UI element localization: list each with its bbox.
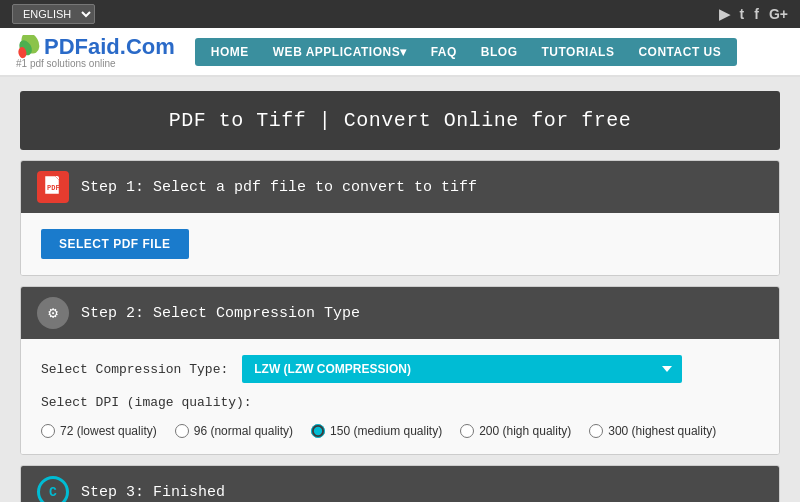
page-content: PDF to Tiff | Convert Online for free PD… [10,91,790,502]
nav-home[interactable]: HOME [199,38,261,66]
dpi-96-label: 96 (normal quality) [194,424,293,438]
header: PDFaid.Com #1 pdf solutions online HOME … [0,28,800,77]
logo-icon [16,35,40,59]
dpi-200-label: 200 (high quality) [479,424,571,438]
dpi-96[interactable]: 96 (normal quality) [175,424,293,438]
dpi-72-label: 72 (lowest quality) [60,424,157,438]
compression-select[interactable]: LZW (LZW COMPRESSION) NONE (NO COMPRESSI… [242,355,682,383]
compression-label: Select Compression Type: [41,362,228,377]
nav-tutorials[interactable]: TUTORIALS [529,38,626,66]
page-title: PDF to Tiff | Convert Online for free [20,91,780,150]
step3-title: Step 3: Finished [81,484,225,501]
step3-card: C Step 3: Finished [20,465,780,502]
nav-blog[interactable]: BLOG [469,38,530,66]
step2-body: Select Compression Type: LZW (LZW COMPRE… [21,339,779,454]
youtube-icon[interactable]: ▶ [719,6,730,22]
social-icons: ▶ t f G+ [719,6,788,22]
pdf-icon: PDF [37,171,69,203]
twitter-icon[interactable]: t [740,6,745,22]
top-bar: ENGLISH ▶ t f G+ [0,0,800,28]
dpi-300[interactable]: 300 (highest quality) [589,424,716,438]
step1-card: PDF Step 1: Select a pdf file to convert… [20,160,780,276]
nav-web-applications[interactable]: WEB APPLICATIONS▾ [261,38,419,66]
step2-card: ⚙ Step 2: Select Compression Type Select… [20,286,780,455]
step1-title: Step 1: Select a pdf file to convert to … [81,179,477,196]
step2-title: Step 2: Select Compression Type [81,305,360,322]
language-select[interactable]: ENGLISH [12,4,95,24]
logo: PDFaid.Com #1 pdf solutions online [16,34,175,69]
svg-text:PDF: PDF [47,184,60,192]
facebook-icon[interactable]: f [754,6,759,22]
logo-subtitle: #1 pdf solutions online [16,58,175,69]
googleplus-icon[interactable]: G+ [769,6,788,22]
dpi-150[interactable]: 150 (medium quality) [311,424,442,438]
logo-text: PDFaid.Com [44,34,175,60]
dpi-300-label: 300 (highest quality) [608,424,716,438]
nav-faq[interactable]: FAQ [419,38,469,66]
circle-c-icon: C [37,476,69,502]
dpi-150-label: 150 (medium quality) [330,424,442,438]
gear-icon: ⚙ [37,297,69,329]
step3-header: C Step 3: Finished [21,466,779,502]
step2-header: ⚙ Step 2: Select Compression Type [21,287,779,339]
dpi-row: Select DPI (image quality): 72 (lowest q… [41,395,759,438]
step1-body: SELECT PDF FILE [21,213,779,275]
step1-header: PDF Step 1: Select a pdf file to convert… [21,161,779,213]
dpi-200[interactable]: 200 (high quality) [460,424,571,438]
select-pdf-button[interactable]: SELECT PDF FILE [41,229,189,259]
dpi-label: Select DPI (image quality): [41,395,252,410]
compression-row: Select Compression Type: LZW (LZW COMPRE… [41,355,759,383]
nav-contact-us[interactable]: CONTACT US [626,38,733,66]
main-nav: HOME WEB APPLICATIONS▾ FAQ BLOG TUTORIAL… [195,38,737,66]
dpi-radio-group: 72 (lowest quality) 96 (normal quality) … [41,424,716,438]
dpi-72[interactable]: 72 (lowest quality) [41,424,157,438]
